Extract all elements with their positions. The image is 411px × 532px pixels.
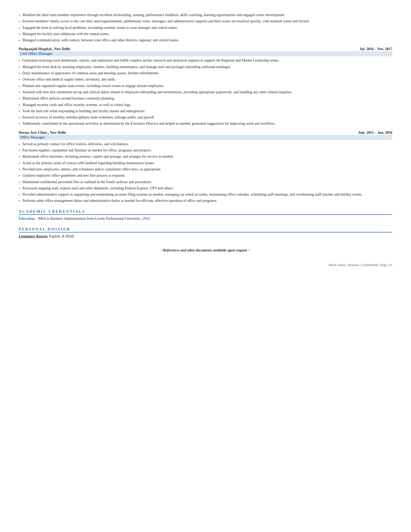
emp1-bullet-1: Managed the front desk by assisting empl… <box>19 64 392 70</box>
emp1-bullet-8: Took the lead role when responding to bu… <box>19 109 392 114</box>
emp2-bullet-8: Provided administrative support in organ… <box>19 192 392 197</box>
languages-text: English, & Hindi <box>48 234 74 238</box>
intro-bullet-5: Managed communication, with context, bet… <box>19 38 392 43</box>
emp2-bullet-5: Updated employee/ office guidelines and … <box>19 173 392 178</box>
emp2-bullet-4: Provided new employees, interns, and vol… <box>19 167 392 172</box>
employer2-row: Derma Arts Clinic,, New Delhi July. 2015… <box>19 131 392 135</box>
emp2-bullet-1: Purchased supplies, equipment and furnit… <box>19 148 392 153</box>
academic-section-header: ACADEMIC CREDENTIALS <box>19 209 392 215</box>
employer1-row: Pushpanjali Hospital., New Delhi Jul. 20… <box>19 47 392 51</box>
emp2-bullet-9: Performs other office management duties … <box>19 198 392 203</box>
emp1-bullet-7: Managed security cards and office securi… <box>19 102 392 108</box>
languages-label: Languages Known: <box>19 234 48 238</box>
employer2-title: Office Manager <box>20 135 45 139</box>
emp1-bullet-6: Maintained office policies around busine… <box>19 96 392 101</box>
employer2-date: July. 2015 – Jun. 2016 <box>358 131 392 135</box>
employer1-bullet-list: Generated recurring excel dashboards, re… <box>19 58 392 126</box>
page-footer: Harsh Sahay | Resume | Confidential | Pa… <box>19 263 392 267</box>
emp1-bullet-10: Additionally contributed in the operatio… <box>19 121 392 126</box>
emp2-bullet-0: Served as primary contact for office vis… <box>19 142 392 147</box>
intro-bullet-2: Ensured members' timely access to the ca… <box>19 19 392 24</box>
education-label: Education – <box>19 217 37 221</box>
intro-bullet-list: Modeled the ideal team member experience… <box>19 12 392 43</box>
personal-section-header: PERSONAL DOSSIER <box>19 227 392 232</box>
intro-bullet-3: Engaged the team in solving local proble… <box>19 25 392 30</box>
employer2-bullet-list: Served as primary contact for office vis… <box>19 142 392 204</box>
employer1-date: Jul. 2016 – Nov. 2017 <box>360 47 392 51</box>
employer1-title: Unit Office Manager <box>20 52 52 56</box>
languages-row: Languages Known: English, & Hindi <box>19 234 392 239</box>
intro-bullet-4: Managed the facility and collaborate wit… <box>19 31 392 37</box>
emp2-bullet-6: Maintained confidential personnel files … <box>19 179 392 185</box>
emp1-bullet-9: Ensured accuracy of monthly interdiscipl… <box>19 115 392 120</box>
employer1-title-bar: Unit Office Manager <box>19 51 392 56</box>
employer1-name: Pushpanjali Hospital., New Delhi <box>19 47 70 51</box>
emp1-bullet-3: Oversaw office and medical supply orders… <box>19 77 392 82</box>
employer2-name: Derma Arts Clinic,, New Delhi <box>19 131 66 135</box>
intro-bullet-1: Modeled the ideal team member experience… <box>19 12 392 18</box>
footer-note: ~References and other documents availabl… <box>19 248 392 252</box>
education-text: BBA in Business Administration from Love… <box>37 217 150 221</box>
personal-section-title: PERSONAL DOSSIER <box>19 227 70 231</box>
emp2-bullet-3: Acted as the primary point of contact wi… <box>19 161 392 166</box>
emp1-bullet-5: Assisted with new hire orientation set-u… <box>19 90 392 95</box>
education-row: Education – BBA in Business Administrati… <box>19 216 392 221</box>
emp2-bullet-7: Processed outgoing mail, express mail an… <box>19 186 392 191</box>
emp1-bullet-0: Generated recurring excel dashboards, re… <box>19 58 392 63</box>
emp1-bullet-4: Planned and organized regular team event… <box>19 83 392 89</box>
emp1-bullet-2: Daily maintenance of appearance of commo… <box>19 71 392 76</box>
employer2-title-bar: Office Manager <box>19 135 392 140</box>
academic-section-title: ACADEMIC CREDENTIALS <box>19 209 85 214</box>
emp2-bullet-2: Maintained office machines, including pr… <box>19 154 392 159</box>
